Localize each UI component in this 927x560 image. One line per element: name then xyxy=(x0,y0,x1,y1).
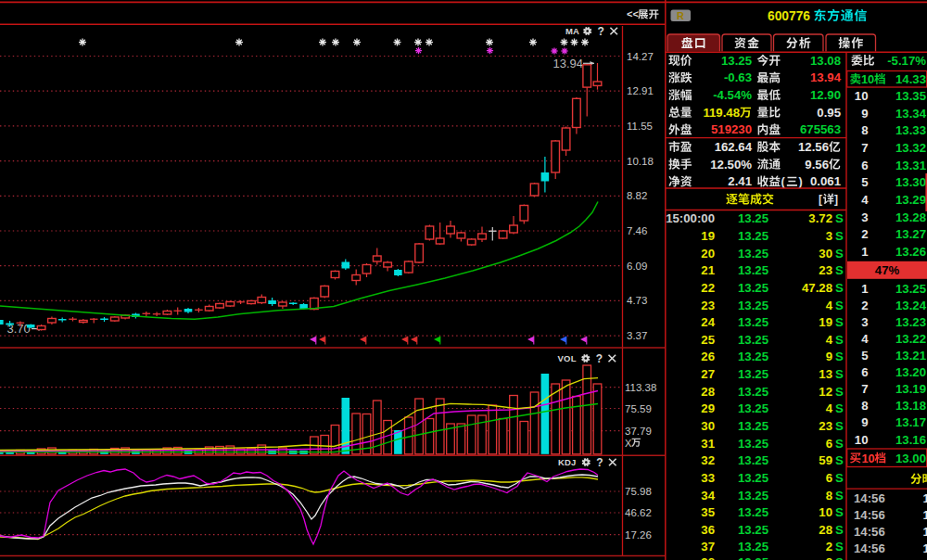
svg-text:13.94: 13.94 xyxy=(810,70,842,84)
svg-text:14:56: 14:56 xyxy=(854,525,885,539)
svg-text:13.16: 13.16 xyxy=(895,433,926,447)
svg-text:2: 2 xyxy=(861,299,868,312)
svg-text:26: 26 xyxy=(701,350,715,363)
svg-text:31: 31 xyxy=(701,437,715,451)
svg-text:13.25: 13.25 xyxy=(738,437,768,451)
svg-text:6: 6 xyxy=(861,159,868,172)
svg-text:13.24: 13.24 xyxy=(895,299,927,312)
svg-text:S: S xyxy=(835,247,844,261)
svg-text:10: 10 xyxy=(861,72,874,86)
svg-text:S: S xyxy=(835,315,844,329)
svg-text:6: 6 xyxy=(826,471,832,485)
svg-text:13.25: 13.25 xyxy=(738,281,768,295)
svg-text:13.28: 13.28 xyxy=(895,210,926,224)
svg-text:59: 59 xyxy=(819,453,832,467)
svg-text:13: 13 xyxy=(819,367,832,381)
svg-text:36: 36 xyxy=(701,523,715,537)
svg-text:VOL: VOL xyxy=(558,353,577,363)
svg-text:12: 12 xyxy=(819,385,832,399)
svg-text:13.26: 13.26 xyxy=(895,245,926,259)
svg-text:24: 24 xyxy=(701,315,715,329)
svg-text:1: 1 xyxy=(861,245,868,259)
svg-text:-5.17%: -5.17% xyxy=(887,54,926,68)
svg-text:?: ? xyxy=(596,352,603,365)
svg-text:13.25: 13.25 xyxy=(738,247,768,261)
svg-text:9: 9 xyxy=(861,107,868,121)
svg-text:3: 3 xyxy=(861,210,868,224)
svg-text:3.37: 3.37 xyxy=(627,330,647,341)
svg-text:17.26: 17.26 xyxy=(625,529,652,541)
svg-text:13.32: 13.32 xyxy=(895,141,926,155)
svg-text:6: 6 xyxy=(826,437,832,451)
svg-text:47.28: 47.28 xyxy=(802,281,832,295)
svg-text:?: ? xyxy=(596,456,603,469)
svg-text:9: 9 xyxy=(861,415,868,429)
svg-text:35: 35 xyxy=(701,505,715,519)
svg-text:S: S xyxy=(835,229,844,243)
svg-text:8: 8 xyxy=(861,123,868,137)
svg-text:X: X xyxy=(625,438,632,449)
svg-text:?: ? xyxy=(598,25,604,38)
svg-text:S: S xyxy=(835,419,844,433)
svg-text:47%: 47% xyxy=(875,263,900,277)
svg-text:13.30: 13.30 xyxy=(895,175,926,189)
svg-text:7.46: 7.46 xyxy=(627,225,647,236)
svg-text:4: 4 xyxy=(826,299,833,312)
svg-text:1: 1 xyxy=(923,491,927,505)
svg-text:23: 23 xyxy=(819,263,832,277)
svg-text:34: 34 xyxy=(701,489,715,503)
svg-text:1: 1 xyxy=(923,508,927,522)
svg-text:29: 29 xyxy=(701,401,715,415)
svg-text:13.25: 13.25 xyxy=(721,54,752,68)
svg-text:]: ] xyxy=(834,193,838,206)
svg-text:10: 10 xyxy=(819,505,832,519)
svg-text:4: 4 xyxy=(861,193,869,207)
svg-text:675563: 675563 xyxy=(800,122,841,136)
svg-text:14:56: 14:56 xyxy=(854,541,885,555)
svg-text:13.33: 13.33 xyxy=(895,123,926,137)
svg-text:MA: MA xyxy=(565,26,579,36)
svg-text:S: S xyxy=(835,350,844,363)
svg-text:13.35: 13.35 xyxy=(895,89,926,103)
svg-text:13.25: 13.25 xyxy=(738,419,768,433)
svg-text:S: S xyxy=(835,523,844,537)
svg-text:13.25: 13.25 xyxy=(738,555,768,560)
svg-text:162.64: 162.64 xyxy=(715,140,753,154)
svg-text:14.33: 14.33 xyxy=(895,72,926,86)
svg-text:S: S xyxy=(835,540,844,554)
svg-text:37.79: 37.79 xyxy=(625,426,652,437)
svg-text:14.27: 14.27 xyxy=(627,51,654,62)
svg-text:8.82: 8.82 xyxy=(627,190,647,201)
svg-text:<<: << xyxy=(627,8,639,19)
svg-text:13.94: 13.94 xyxy=(553,57,584,70)
svg-text:13.25: 13.25 xyxy=(738,211,768,225)
svg-text:3.72: 3.72 xyxy=(808,211,832,225)
svg-text:S: S xyxy=(835,299,844,312)
svg-text:519230: 519230 xyxy=(711,122,752,136)
svg-text:6: 6 xyxy=(861,365,868,379)
svg-text:13.25: 13.25 xyxy=(738,471,768,485)
svg-text:13.25: 13.25 xyxy=(738,315,768,329)
svg-text:4: 4 xyxy=(826,333,833,347)
svg-text:37: 37 xyxy=(701,540,715,554)
svg-text:6.09: 6.09 xyxy=(627,261,647,272)
svg-text:2: 2 xyxy=(826,540,832,554)
svg-text:S: S xyxy=(835,367,844,381)
svg-text:22: 22 xyxy=(701,281,715,295)
svg-text:13.25: 13.25 xyxy=(738,523,768,537)
svg-text:13.23: 13.23 xyxy=(895,315,926,329)
svg-text:S: S xyxy=(835,505,844,519)
svg-text:2.41: 2.41 xyxy=(728,174,752,188)
svg-text:9.56: 9.56 xyxy=(805,158,829,172)
svg-text:11.55: 11.55 xyxy=(627,121,653,132)
svg-text:7: 7 xyxy=(861,141,868,155)
svg-text:10: 10 xyxy=(855,433,869,447)
svg-text:8: 8 xyxy=(826,489,832,503)
svg-text:13.29: 13.29 xyxy=(895,193,926,207)
svg-text:28: 28 xyxy=(819,523,832,537)
svg-text:13.08: 13.08 xyxy=(810,54,841,68)
svg-text:20: 20 xyxy=(701,247,715,261)
svg-text:23: 23 xyxy=(819,419,832,433)
svg-text:19: 19 xyxy=(701,229,715,243)
svg-text:S: S xyxy=(835,401,844,415)
